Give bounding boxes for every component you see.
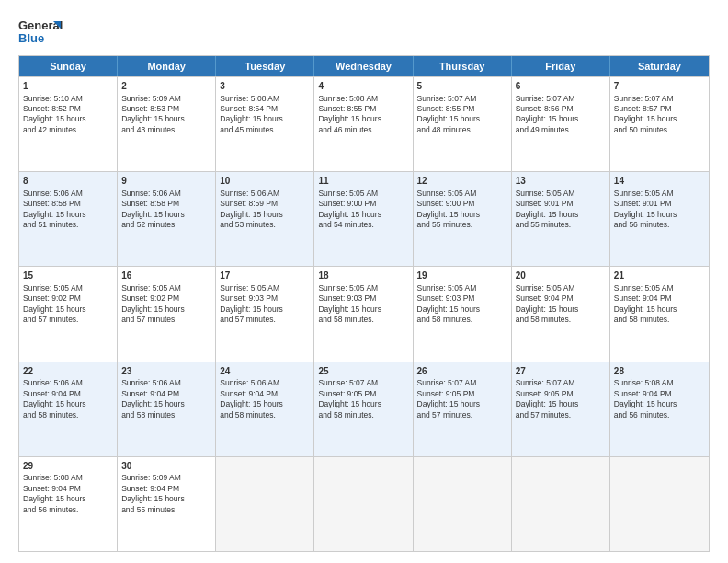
day-number: 7 bbox=[614, 80, 705, 93]
logo: GeneralBlue bbox=[18, 17, 64, 46]
day-number: 4 bbox=[318, 80, 408, 93]
day-cell: 22Sunrise: 5:06 AMSunset: 9:04 PMDayligh… bbox=[19, 362, 118, 456]
day-number: 24 bbox=[220, 365, 310, 378]
day-number: 5 bbox=[417, 80, 507, 93]
day-cell: 9Sunrise: 5:06 AMSunset: 8:58 PMDaylight… bbox=[118, 172, 216, 266]
calendar-body: 1Sunrise: 5:10 AMSunset: 8:52 PMDaylight… bbox=[19, 76, 709, 551]
calendar-header: SundayMondayTuesdayWednesdayThursdayFrid… bbox=[19, 56, 709, 76]
day-number: 14 bbox=[614, 175, 705, 188]
calendar: SundayMondayTuesdayWednesdayThursdayFrid… bbox=[18, 55, 710, 552]
day-of-week-header: Tuesday bbox=[216, 56, 314, 76]
day-cell: 5Sunrise: 5:07 AMSunset: 8:55 PMDaylight… bbox=[414, 77, 512, 171]
day-cell: 13Sunrise: 5:05 AMSunset: 9:01 PMDayligh… bbox=[512, 172, 610, 266]
day-of-week-header: Saturday bbox=[610, 56, 709, 76]
empty-cell bbox=[216, 457, 314, 551]
logo-svg: GeneralBlue bbox=[18, 17, 64, 46]
calendar-row: 15Sunrise: 5:05 AMSunset: 9:02 PMDayligh… bbox=[19, 266, 709, 361]
day-cell: 2Sunrise: 5:09 AMSunset: 8:53 PMDaylight… bbox=[118, 77, 216, 171]
day-number: 11 bbox=[318, 175, 408, 188]
day-number: 8 bbox=[23, 175, 113, 188]
calendar-row: 1Sunrise: 5:10 AMSunset: 8:52 PMDaylight… bbox=[19, 76, 709, 171]
day-cell: 29Sunrise: 5:08 AMSunset: 9:04 PMDayligh… bbox=[19, 457, 118, 551]
day-of-week-header: Monday bbox=[118, 56, 216, 76]
day-number: 22 bbox=[23, 365, 113, 378]
day-number: 13 bbox=[516, 175, 606, 188]
day-cell: 1Sunrise: 5:10 AMSunset: 8:52 PMDaylight… bbox=[19, 77, 118, 171]
day-cell: 25Sunrise: 5:07 AMSunset: 9:05 PMDayligh… bbox=[314, 362, 413, 456]
empty-cell bbox=[414, 457, 512, 551]
calendar-row: 8Sunrise: 5:06 AMSunset: 8:58 PMDaylight… bbox=[19, 171, 709, 266]
day-cell: 12Sunrise: 5:05 AMSunset: 9:00 PMDayligh… bbox=[414, 172, 512, 266]
day-number: 21 bbox=[614, 270, 705, 282]
day-cell: 19Sunrise: 5:05 AMSunset: 9:03 PMDayligh… bbox=[414, 267, 512, 361]
day-cell: 14Sunrise: 5:05 AMSunset: 9:01 PMDayligh… bbox=[610, 172, 709, 266]
day-number: 12 bbox=[417, 175, 507, 188]
day-cell: 23Sunrise: 5:06 AMSunset: 9:04 PMDayligh… bbox=[118, 362, 216, 456]
day-cell: 6Sunrise: 5:07 AMSunset: 8:56 PMDaylight… bbox=[512, 77, 610, 171]
day-number: 28 bbox=[614, 365, 705, 378]
day-cell: 15Sunrise: 5:05 AMSunset: 9:02 PMDayligh… bbox=[19, 267, 118, 361]
day-cell: 7Sunrise: 5:07 AMSunset: 8:57 PMDaylight… bbox=[610, 77, 709, 171]
day-number: 9 bbox=[121, 175, 211, 188]
day-cell: 24Sunrise: 5:06 AMSunset: 9:04 PMDayligh… bbox=[216, 362, 314, 456]
day-number: 20 bbox=[516, 270, 606, 282]
day-of-week-header: Friday bbox=[512, 56, 610, 76]
day-number: 2 bbox=[121, 80, 211, 93]
day-number: 10 bbox=[220, 175, 310, 188]
day-number: 3 bbox=[220, 80, 310, 93]
header: GeneralBlue bbox=[18, 17, 710, 46]
day-number: 17 bbox=[220, 270, 310, 282]
empty-cell bbox=[610, 457, 709, 551]
day-number: 26 bbox=[417, 365, 507, 378]
svg-text:Blue: Blue bbox=[18, 31, 44, 45]
day-number: 23 bbox=[121, 365, 211, 378]
day-cell: 30Sunrise: 5:09 AMSunset: 9:04 PMDayligh… bbox=[118, 457, 216, 551]
day-of-week-header: Sunday bbox=[19, 56, 118, 76]
day-cell: 27Sunrise: 5:07 AMSunset: 9:05 PMDayligh… bbox=[512, 362, 610, 456]
day-number: 19 bbox=[417, 270, 507, 282]
day-cell: 20Sunrise: 5:05 AMSunset: 9:04 PMDayligh… bbox=[512, 267, 610, 361]
day-of-week-header: Thursday bbox=[414, 56, 512, 76]
day-cell: 11Sunrise: 5:05 AMSunset: 9:00 PMDayligh… bbox=[314, 172, 413, 266]
empty-cell bbox=[314, 457, 413, 551]
calendar-row: 22Sunrise: 5:06 AMSunset: 9:04 PMDayligh… bbox=[19, 362, 709, 456]
day-number: 6 bbox=[516, 80, 606, 93]
empty-cell bbox=[512, 457, 610, 551]
day-of-week-header: Wednesday bbox=[314, 56, 413, 76]
day-cell: 8Sunrise: 5:06 AMSunset: 8:58 PMDaylight… bbox=[19, 172, 118, 266]
day-number: 30 bbox=[121, 460, 211, 473]
day-cell: 18Sunrise: 5:05 AMSunset: 9:03 PMDayligh… bbox=[314, 267, 413, 361]
day-number: 29 bbox=[23, 460, 113, 473]
day-cell: 21Sunrise: 5:05 AMSunset: 9:04 PMDayligh… bbox=[610, 267, 709, 361]
calendar-row: 29Sunrise: 5:08 AMSunset: 9:04 PMDayligh… bbox=[19, 456, 709, 551]
day-cell: 26Sunrise: 5:07 AMSunset: 9:05 PMDayligh… bbox=[414, 362, 512, 456]
page: GeneralBlue SundayMondayTuesdayWednesday… bbox=[0, 0, 728, 563]
day-number: 16 bbox=[121, 270, 211, 282]
day-number: 25 bbox=[318, 365, 408, 378]
day-number: 27 bbox=[516, 365, 606, 378]
day-cell: 16Sunrise: 5:05 AMSunset: 9:02 PMDayligh… bbox=[118, 267, 216, 361]
day-cell: 28Sunrise: 5:08 AMSunset: 9:04 PMDayligh… bbox=[610, 362, 709, 456]
day-number: 15 bbox=[23, 270, 113, 282]
day-number: 1 bbox=[23, 80, 113, 93]
svg-text:General: General bbox=[18, 18, 63, 32]
day-number: 18 bbox=[318, 270, 408, 282]
day-cell: 10Sunrise: 5:06 AMSunset: 8:59 PMDayligh… bbox=[216, 172, 314, 266]
day-cell: 4Sunrise: 5:08 AMSunset: 8:55 PMDaylight… bbox=[314, 77, 413, 171]
day-cell: 17Sunrise: 5:05 AMSunset: 9:03 PMDayligh… bbox=[216, 267, 314, 361]
day-cell: 3Sunrise: 5:08 AMSunset: 8:54 PMDaylight… bbox=[216, 77, 314, 171]
